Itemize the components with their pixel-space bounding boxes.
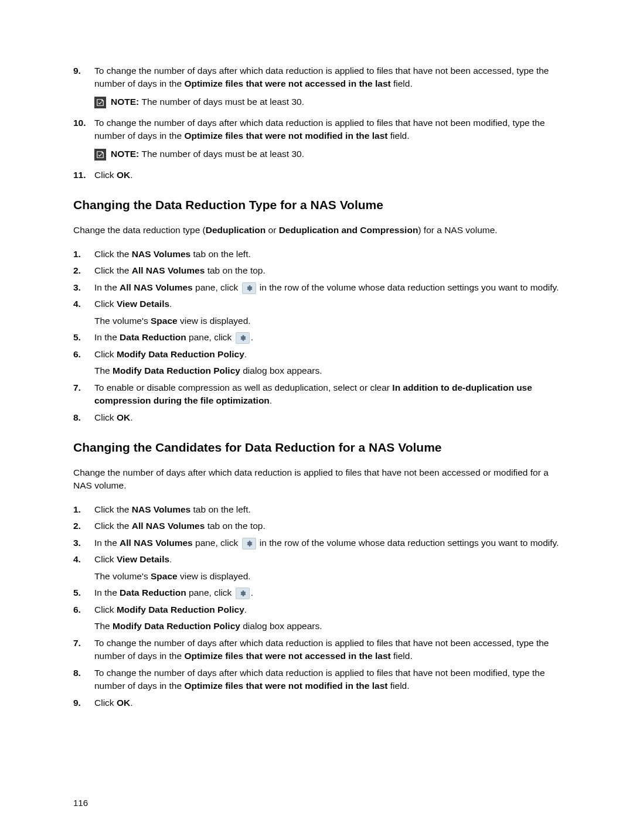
bold-text: Optimize files that were not accessed in…	[184, 78, 390, 88]
bold-text: Optimize files that were not modified in…	[184, 131, 387, 141]
text-run: Click	[94, 605, 117, 614]
step-number: 4.	[73, 553, 94, 583]
step-item: 6.Click Modify Data Reduction Policy.The…	[73, 603, 560, 633]
step-number: 9.	[73, 696, 94, 709]
step-text: In the Data Reduction pane, click .	[94, 586, 560, 599]
bold-text: Optimize files that were not modified in…	[184, 681, 387, 691]
section-b-steps: 1.Click the NAS Volumes tab on the left.…	[73, 248, 560, 424]
text-run: .	[130, 170, 132, 180]
text-run: .	[251, 588, 253, 597]
bold-text: NAS Volumes	[132, 504, 191, 514]
step-text: Click the All NAS Volumes tab on the top…	[94, 264, 560, 277]
text-run: .	[130, 412, 132, 422]
step-item: 6.Click Modify Data Reduction Policy.The…	[73, 348, 560, 378]
gear-icon	[242, 282, 256, 294]
bold-text: View Details	[117, 299, 169, 309]
step-text: To change the number of days after which…	[94, 637, 560, 663]
note: NOTE: The number of days must be at leas…	[94, 97, 560, 108]
step-number: 11.	[73, 169, 94, 182]
step-item: 1.Click the NAS Volumes tab on the left.	[73, 248, 560, 261]
step-number: 2.	[73, 520, 94, 532]
note: NOTE: The number of days must be at leas…	[94, 149, 560, 161]
step-number: 7.	[73, 637, 94, 663]
bold-text: NAS Volumes	[132, 249, 191, 259]
step-number: 5.	[73, 586, 94, 599]
text-run: in the row of the volume whose data redu…	[257, 282, 559, 292]
page-number: 116	[73, 798, 88, 808]
heading-changing-candidates: Changing the Candidates for Data Reducti…	[73, 441, 560, 455]
text-run: view is displayed.	[178, 571, 251, 581]
step-item: 4.Click View Details.The volume's Space …	[73, 298, 560, 327]
text-run: Change the data reduction type (	[73, 225, 206, 235]
text-run: The volume's	[94, 316, 151, 326]
text-run: field.	[391, 78, 413, 88]
note-icon	[94, 149, 106, 161]
step-item: 9.Click OK.	[73, 696, 560, 709]
step-text: Click View Details.The volume's Space vi…	[94, 298, 560, 327]
step-item: 3.In the All NAS Volumes pane, click in …	[73, 537, 560, 549]
text-run: in the row of the volume whose data redu…	[257, 538, 559, 548]
text-run: The	[94, 366, 113, 375]
step-text: Click Modify Data Reduction Policy.The M…	[94, 603, 560, 633]
step-text: To enable or disable compression as well…	[94, 381, 560, 408]
step-number: 6.	[73, 348, 94, 378]
bold-text: Modify Data Reduction Policy	[113, 366, 240, 375]
text-run: Click	[94, 349, 117, 359]
step-text: Click OK.	[94, 411, 560, 424]
step-text: To change the number of days after which…	[94, 667, 560, 693]
text-run: pane, click	[193, 282, 241, 292]
bold-text: All NAS Volumes	[120, 282, 193, 292]
gear-icon	[242, 538, 256, 549]
bold-text: OK	[117, 170, 130, 180]
step-text: Click the NAS Volumes tab on the left.	[94, 503, 560, 516]
step-item: 5.In the Data Reduction pane, click .	[73, 586, 560, 599]
text-run: dialog box appears.	[240, 621, 322, 631]
step-number: 3.	[73, 537, 94, 549]
step-text: In the Data Reduction pane, click .	[94, 331, 560, 344]
step-subtext: The Modify Data Reduction Policy dialog …	[94, 364, 560, 377]
bold-text: Data Reduction	[120, 588, 186, 597]
text-run: pane, click	[186, 588, 234, 597]
step-number: 8.	[73, 411, 94, 424]
heading-changing-type: Changing the Data Reduction Type for a N…	[73, 198, 560, 212]
text-run: tab on the left.	[190, 504, 251, 514]
text-run: Click	[94, 170, 117, 180]
text-run: Click the	[94, 504, 132, 514]
step-item: 1.Click the NAS Volumes tab on the left.	[73, 503, 560, 516]
gear-icon	[236, 332, 250, 344]
text-run: Click	[94, 412, 117, 422]
step-number: 8.	[73, 667, 94, 693]
text-run: Change the number of days after which da…	[73, 467, 549, 490]
bold-text: All NAS Volumes	[120, 538, 193, 548]
step-item: 11.Click OK.	[73, 169, 560, 182]
text-run: To enable or disable compression as well…	[94, 383, 392, 392]
step-number: 1.	[73, 503, 94, 516]
bold-text: All NAS Volumes	[132, 265, 205, 275]
text-run: tab on the top.	[205, 521, 265, 531]
text-run: pane, click	[193, 538, 241, 548]
step-text: To change the number of days after which…	[94, 117, 560, 143]
text-run: field.	[387, 681, 409, 691]
bold-text: All NAS Volumes	[132, 521, 205, 531]
step-item: 8.To change the number of days after whi…	[73, 667, 560, 693]
bold-text: View Details	[117, 554, 169, 564]
step-subtext: The volume's Space view is displayed.	[94, 315, 560, 327]
text-run: dialog box appears.	[240, 366, 322, 375]
text-run: .	[270, 395, 272, 405]
step-item: 7.To enable or disable compression as we…	[73, 381, 560, 408]
text-run: In the	[94, 588, 120, 597]
step-item: 7.To change the number of days after whi…	[73, 637, 560, 663]
text-run: In the	[94, 332, 120, 342]
step-item: 5.In the Data Reduction pane, click .	[73, 331, 560, 344]
bold-text: Modify Data Reduction Policy	[113, 621, 240, 631]
step-text: Click OK.	[94, 696, 560, 709]
step-item: 4.Click View Details.The volume's Space …	[73, 553, 560, 583]
text-run: tab on the left.	[190, 249, 251, 259]
step-text: In the All NAS Volumes pane, click in th…	[94, 281, 560, 294]
bold-text: Deduplication and Compression	[279, 225, 418, 235]
step-text: In the All NAS Volumes pane, click in th…	[94, 537, 560, 549]
step-item: 10.To change the number of days after wh…	[73, 117, 560, 143]
gear-icon	[236, 588, 250, 599]
step-item: 2.Click the All NAS Volumes tab on the t…	[73, 520, 560, 532]
step-text: To change the number of days after which…	[94, 64, 560, 91]
